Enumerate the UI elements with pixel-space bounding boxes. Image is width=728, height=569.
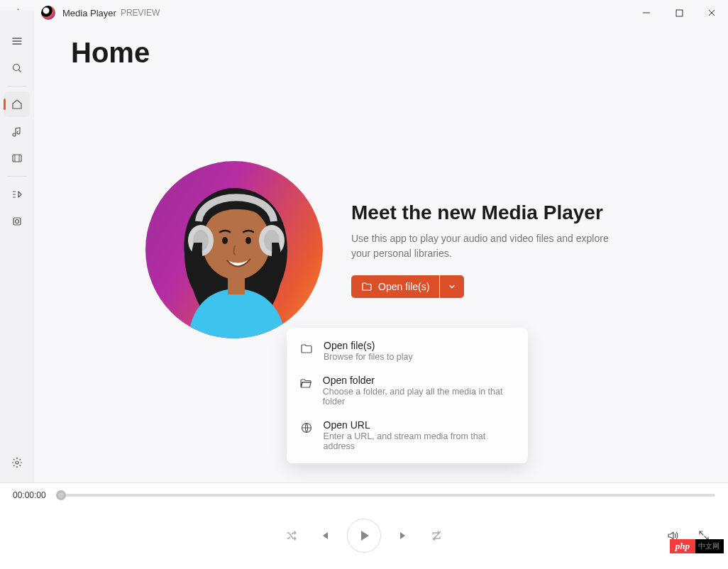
window-controls bbox=[630, 1, 728, 24]
menu-item-subtitle: Enter a URL, and stream media from that … bbox=[324, 431, 515, 451]
globe-icon bbox=[299, 421, 314, 435]
menu-item-title: Open URL bbox=[324, 419, 515, 431]
hero-section: Meet the new Media Player Use this app t… bbox=[145, 161, 700, 338]
time-elapsed: 00:00:00 bbox=[13, 490, 46, 500]
svg-point-2 bbox=[13, 65, 19, 71]
sidebar-item-home[interactable] bbox=[4, 92, 30, 117]
menu-item-subtitle: Browse for files to play bbox=[324, 352, 413, 362]
app-name: Media Player bbox=[62, 8, 116, 18]
seek-thumb[interactable] bbox=[56, 490, 66, 500]
sidebar-item-playlists[interactable] bbox=[4, 209, 30, 234]
maximize-button[interactable] bbox=[663, 1, 695, 24]
menu-item-subtitle: Choose a folder, and play all the media … bbox=[323, 387, 515, 407]
separator bbox=[7, 176, 27, 177]
watermark-php: php bbox=[670, 539, 695, 553]
open-files-button[interactable]: Open file(s) bbox=[351, 275, 439, 298]
seek-track[interactable] bbox=[56, 494, 715, 497]
svg-point-7 bbox=[16, 461, 18, 464]
svg-point-6 bbox=[15, 220, 18, 223]
minimize-button[interactable] bbox=[630, 1, 663, 24]
sidebar-item-playqueue[interactable] bbox=[4, 182, 30, 207]
watermark: php 中文网 bbox=[670, 539, 724, 553]
search-button[interactable] bbox=[4, 55, 30, 81]
preview-label: PREVIEW bbox=[121, 8, 160, 18]
svg-line-3 bbox=[18, 70, 21, 72]
chevron-down-icon bbox=[448, 282, 456, 291]
hero-description: Use this app to play your audio and vide… bbox=[351, 231, 621, 261]
folder-open-icon bbox=[361, 281, 373, 292]
menu-open-url[interactable]: Open URL Enter a URL, and stream media f… bbox=[287, 413, 528, 458]
svg-rect-5 bbox=[13, 218, 21, 225]
next-button[interactable] bbox=[394, 526, 414, 546]
titlebar: Media Player PREVIEW bbox=[0, 0, 728, 26]
open-files-dropdown[interactable] bbox=[440, 275, 464, 298]
watermark-cn: 中文网 bbox=[695, 539, 724, 553]
shuffle-button[interactable] bbox=[282, 526, 302, 546]
folder-open-icon bbox=[299, 376, 313, 390]
svg-point-13 bbox=[222, 237, 228, 244]
hero-heading: Meet the new Media Player bbox=[351, 201, 621, 224]
open-menu: Open file(s) Browse for files to play Op… bbox=[287, 328, 528, 463]
hero-text: Meet the new Media Player Use this app t… bbox=[351, 201, 621, 298]
play-button[interactable] bbox=[347, 519, 381, 553]
folder-icon bbox=[299, 341, 314, 355]
page-title: Home bbox=[71, 37, 700, 69]
player-bar: 00:00:00 bbox=[0, 482, 728, 569]
svg-rect-1 bbox=[676, 10, 683, 16]
settings-button[interactable] bbox=[4, 450, 30, 475]
hamburger-menu[interactable] bbox=[4, 28, 30, 54]
sidebar-item-video[interactable] bbox=[4, 145, 30, 171]
open-files-label: Open file(s) bbox=[378, 281, 429, 292]
svg-rect-15 bbox=[228, 275, 245, 294]
player-controls bbox=[0, 519, 728, 553]
open-button-group: Open file(s) bbox=[351, 275, 621, 298]
menu-open-files[interactable]: Open file(s) Browse for files to play bbox=[287, 333, 528, 368]
hero-avatar bbox=[145, 161, 323, 338]
menu-item-title: Open folder bbox=[323, 375, 515, 386]
previous-button[interactable] bbox=[314, 526, 334, 546]
menu-open-folder[interactable]: Open folder Choose a folder, and play al… bbox=[287, 368, 528, 413]
app-logo bbox=[41, 6, 55, 20]
sidebar-item-music[interactable] bbox=[4, 118, 30, 144]
sidebar bbox=[0, 10, 34, 482]
svg-rect-4 bbox=[13, 155, 21, 162]
svg-point-14 bbox=[246, 237, 251, 244]
menu-item-title: Open file(s) bbox=[324, 340, 413, 351]
repeat-button[interactable] bbox=[426, 526, 446, 546]
progress-row: 00:00:00 bbox=[0, 483, 728, 500]
close-button[interactable] bbox=[695, 1, 728, 24]
separator bbox=[7, 86, 27, 87]
